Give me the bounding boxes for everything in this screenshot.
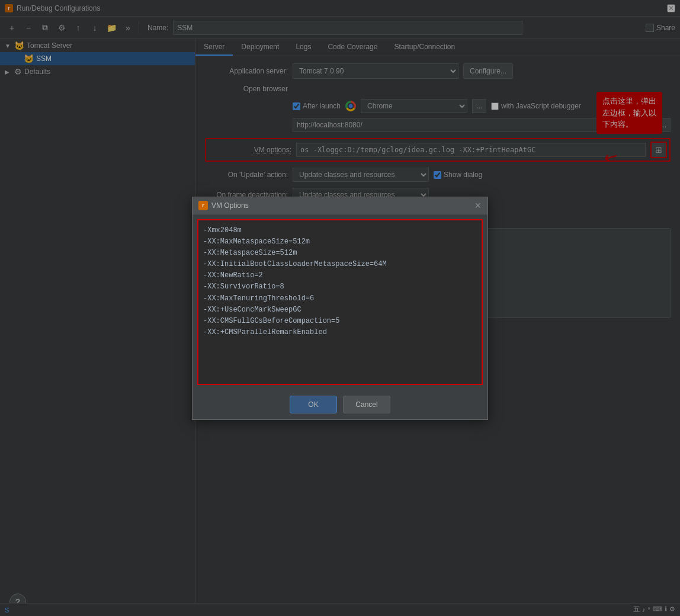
modal-ok-button[interactable]: OK [290, 396, 337, 413]
modal-footer: OK Cancel [193, 390, 487, 419]
modal-title-area: r VM Options [198, 201, 249, 210]
modal-header: r VM Options ✕ [193, 197, 487, 214]
modal-close-button[interactable]: ✕ [474, 201, 482, 210]
vm-code: -Xmx2048m -XX:MaxMetaspaceSize=512m -XX:… [203, 225, 477, 339]
vm-options-modal: r VM Options ✕ -Xmx2048m -XX:MaxMetaspac… [192, 197, 488, 420]
modal-title: VM Options [211, 201, 249, 210]
modal-body[interactable]: -Xmx2048m -XX:MaxMetaspaceSize=512m -XX:… [197, 219, 483, 385]
modal-app-icon: r [198, 201, 208, 210]
modal-cancel-button[interactable]: Cancel [343, 396, 390, 413]
modal-overlay: r VM Options ✕ -Xmx2048m -XX:MaxMetaspac… [0, 0, 680, 616]
